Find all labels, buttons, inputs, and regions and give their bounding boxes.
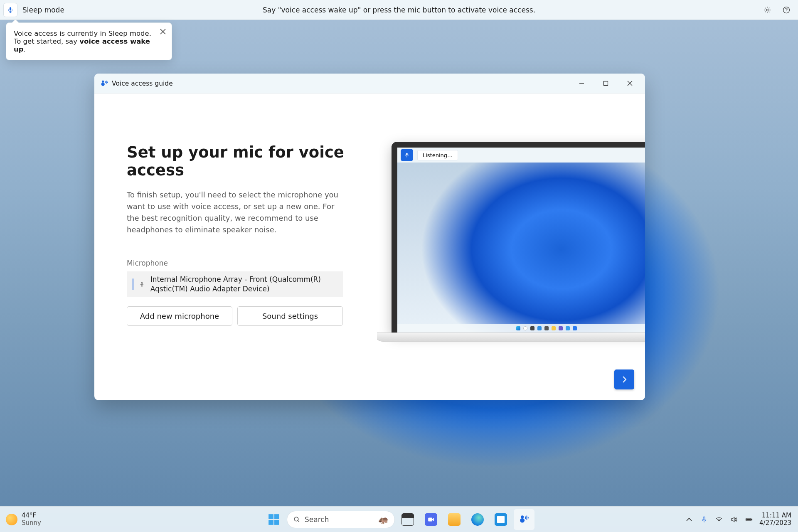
sun-icon <box>6 514 17 525</box>
selection-indicator <box>133 278 133 290</box>
tray-wifi-icon[interactable] <box>714 515 724 524</box>
guide-description: To finish setup, you'll need to select t… <box>127 189 347 236</box>
taskbar-app-explorer[interactable] <box>444 509 465 530</box>
weather-condition: Sunny <box>22 520 41 527</box>
windows-logo-icon <box>268 513 280 526</box>
voice-access-app-icon <box>519 514 530 525</box>
svg-rect-18 <box>751 519 752 520</box>
tray-volume-icon[interactable] <box>729 515 739 524</box>
window-titlebar[interactable]: Voice access guide <box>94 74 645 94</box>
svg-point-14 <box>520 518 525 522</box>
svg-point-12 <box>294 517 298 521</box>
preview-listening-label: Listening… <box>417 150 458 160</box>
voice-access-guide-window: Voice access guide Set up your mic for v… <box>94 74 645 400</box>
preview-mic-icon <box>401 149 413 161</box>
microphone-selector[interactable]: Internal Microphone Array - Front (Qualc… <box>127 271 343 298</box>
taskbar-app-store[interactable] <box>490 509 511 530</box>
taskbar-app-edge[interactable] <box>467 509 488 530</box>
weather-widget[interactable]: 44°F Sunny <box>0 512 83 527</box>
svg-rect-5 <box>603 81 608 86</box>
voice-access-mode-label: Sleep mode <box>22 6 64 14</box>
window-maximize-button[interactable] <box>594 74 618 94</box>
chevron-right-icon <box>621 376 628 383</box>
settings-button[interactable] <box>761 4 773 16</box>
tray-overflow-button[interactable] <box>685 515 694 524</box>
svg-point-4 <box>102 80 104 82</box>
svg-rect-7 <box>406 153 407 155</box>
wifi-icon <box>715 516 723 523</box>
svg-point-3 <box>101 82 105 86</box>
mic-icon <box>139 280 145 288</box>
add-new-microphone-button[interactable]: Add new microphone <box>127 306 232 326</box>
next-button[interactable] <box>614 369 634 389</box>
speaker-icon <box>730 516 738 523</box>
task-view-button[interactable] <box>397 509 418 530</box>
search-icon <box>293 516 300 523</box>
minimize-icon <box>579 81 584 86</box>
guide-heading: Set up your mic for voice access <box>127 143 348 179</box>
tray-battery-icon[interactable] <box>744 515 754 524</box>
voice-access-bar: Sleep mode Say "voice access wake up" or… <box>0 0 798 20</box>
mic-icon <box>700 516 708 523</box>
sound-settings-button[interactable]: Sound settings <box>237 306 343 326</box>
close-icon <box>627 81 633 86</box>
chevron-up-icon <box>685 516 693 523</box>
help-icon <box>782 6 791 14</box>
search-placeholder: Search <box>305 515 329 524</box>
tooltip-text-suffix: . <box>24 45 26 53</box>
taskbar-clock[interactable]: 11:11 AM 4/27/2023 <box>759 512 791 527</box>
mic-button[interactable] <box>3 3 17 17</box>
taskbar-app-voice-access[interactable] <box>514 509 534 530</box>
svg-rect-8 <box>268 514 273 519</box>
window-title: Voice access guide <box>112 80 173 87</box>
svg-rect-6 <box>141 282 143 285</box>
clock-time: 11:11 AM <box>759 512 791 519</box>
svg-rect-9 <box>274 514 279 519</box>
voice-access-hint: Say "voice access wake up" or press the … <box>263 6 535 14</box>
maximize-icon <box>603 81 608 86</box>
voice-access-app-icon <box>100 79 108 88</box>
tooltip-close-button[interactable] <box>157 25 169 38</box>
taskbar: 44°F Sunny Search 🦛 <box>0 506 798 532</box>
svg-rect-11 <box>274 520 279 525</box>
svg-rect-19 <box>746 519 751 520</box>
search-accent-image: 🦛 <box>378 515 389 525</box>
gear-icon <box>763 6 771 14</box>
tray-mic-icon[interactable] <box>699 515 709 524</box>
window-minimize-button[interactable] <box>569 74 594 94</box>
battery-icon <box>745 516 753 523</box>
svg-point-1 <box>766 9 768 11</box>
window-close-button[interactable] <box>618 74 642 94</box>
taskbar-search[interactable]: Search 🦛 <box>287 511 395 528</box>
help-button[interactable] <box>781 4 792 16</box>
taskbar-app-chat[interactable] <box>421 509 441 530</box>
weather-temp: 44°F <box>22 512 41 519</box>
svg-rect-16 <box>703 517 705 520</box>
camera-icon <box>427 516 435 523</box>
selected-microphone-name: Internal Microphone Array - Front (Qualc… <box>150 275 337 294</box>
microphone-field-label: Microphone <box>127 259 348 267</box>
clock-date: 4/27/2023 <box>759 520 791 527</box>
start-button[interactable] <box>264 509 284 530</box>
voice-access-sleep-tooltip: Voice access is currently in Sleep mode.… <box>6 22 172 60</box>
svg-rect-0 <box>10 7 11 10</box>
guide-preview-image: Listening… <box>377 94 645 400</box>
svg-rect-10 <box>268 520 273 525</box>
svg-point-15 <box>521 515 524 518</box>
close-icon <box>160 29 166 34</box>
mic-icon <box>7 6 14 14</box>
svg-rect-13 <box>428 517 432 521</box>
